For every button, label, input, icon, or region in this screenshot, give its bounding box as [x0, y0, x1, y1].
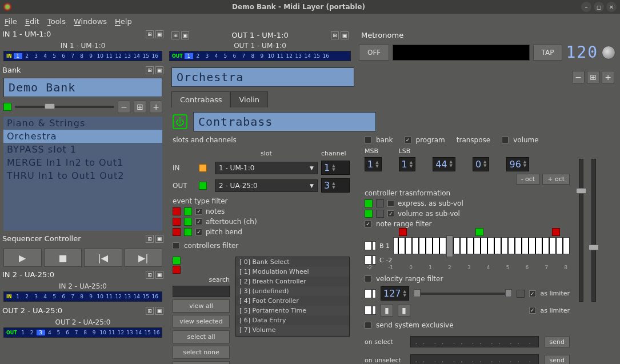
channel-button[interactable]: 13	[123, 294, 132, 299]
bank-checkbox[interactable]	[365, 137, 371, 143]
channel-button[interactable]: 11	[105, 53, 114, 59]
bank-name-lcd[interactable]: Demo Bank	[3, 78, 162, 97]
cc-item[interactable]: [ 5] Portamento Time	[236, 306, 349, 315]
channel-button[interactable]: 16	[151, 294, 159, 299]
tap-button[interactable]: TAP	[533, 45, 563, 61]
remove-button[interactable]: −	[118, 101, 130, 113]
channel-button[interactable]: 2	[23, 294, 31, 299]
channel-button[interactable]: 11	[105, 294, 114, 299]
cc-item[interactable]: [ 2] Breath Controller	[236, 277, 349, 286]
panel-icon[interactable]: ⊞	[331, 31, 339, 39]
channel-button[interactable]: 9	[258, 53, 266, 59]
orchestra-lcd[interactable]: Orchestra	[171, 67, 354, 87]
panel-icon[interactable]: ⊞	[146, 271, 154, 279]
preset-item[interactable]: Piano & Strings	[3, 117, 162, 130]
channel-button[interactable]: 14	[134, 330, 143, 335]
close-button[interactable]: ✕	[606, 2, 617, 12]
cf-led[interactable]	[173, 257, 181, 265]
channel-button[interactable]: 10	[99, 330, 107, 335]
filter-led[interactable]	[173, 218, 181, 226]
channel-button[interactable]: 10	[267, 53, 275, 59]
menu-windows[interactable]: Windows	[74, 17, 107, 26]
channel-button[interactable]: 8	[78, 53, 86, 59]
panel-icon[interactable]: ⊞	[171, 31, 179, 39]
dup-button[interactable]: ⊞	[587, 71, 599, 83]
keyboard-icon[interactable]	[365, 289, 376, 298]
channel-button[interactable]: 11	[276, 53, 285, 59]
prev-button[interactable]: |◀	[84, 249, 122, 267]
ct-led[interactable]	[365, 199, 373, 207]
cc-item[interactable]: [ 0] Bank Select	[236, 257, 349, 267]
channel-button[interactable]: 7	[239, 53, 248, 59]
ct-led[interactable]	[376, 199, 384, 207]
ct-led[interactable]	[376, 210, 384, 218]
filter-led[interactable]	[173, 207, 181, 215]
channel-button[interactable]: 8	[249, 53, 257, 59]
cc-item[interactable]: [ 1] Modulation Wheel	[236, 267, 349, 277]
cf-led[interactable]	[173, 266, 181, 274]
panel-icon[interactable]: ▣	[181, 31, 189, 39]
channel-button[interactable]: 7	[69, 294, 77, 299]
channel-button[interactable]: 15	[143, 330, 152, 335]
channel-button[interactable]: 3	[32, 294, 41, 299]
panel-icon[interactable]: ▣	[341, 31, 349, 39]
out-channel-spinner[interactable]: 3▲▼	[321, 178, 350, 193]
keyboard-icon[interactable]	[365, 306, 376, 315]
panel-icon[interactable]: ▣	[155, 307, 163, 315]
panel-icon[interactable]: ▣	[155, 235, 163, 243]
invert-selection-button[interactable]: invert selection	[173, 361, 230, 364]
ct-led[interactable]	[365, 210, 373, 218]
channel-button[interactable]: 9	[87, 53, 95, 59]
sysex-on-unselect-input[interactable]	[410, 354, 539, 364]
channel-button[interactable]: 13	[123, 53, 132, 59]
channel-button[interactable]: 3	[203, 53, 211, 59]
channel-button[interactable]: 5	[54, 330, 63, 335]
channel-button[interactable]: 1	[14, 53, 22, 59]
play-button[interactable]: ▶	[3, 249, 42, 267]
select-none-button[interactable]: select none	[173, 346, 230, 359]
channel-button[interactable]: 10	[96, 53, 105, 59]
channel-button[interactable]: 12	[117, 330, 125, 335]
tab-violin[interactable]: Violin	[230, 91, 268, 107]
channel-button[interactable]: 16	[151, 53, 159, 59]
sysex-checkbox[interactable]	[365, 322, 371, 329]
velocity-spinner[interactable]: 127▲▼	[381, 286, 409, 301]
instrument-lcd[interactable]: Contrabass	[193, 112, 376, 131]
preset-item[interactable]: THRU In1 to Out1 Out2	[3, 169, 162, 182]
cc-item[interactable]: [ 4] Foot Controller	[236, 296, 349, 306]
channel-button[interactable]: 14	[133, 294, 141, 299]
view-selected-button[interactable]: view selected	[173, 315, 230, 328]
metronome-off-button[interactable]: OFF	[359, 45, 389, 61]
panel-icon[interactable]: ▣	[155, 66, 163, 74]
add-button[interactable]: +	[150, 101, 162, 113]
channel-button[interactable]: 12	[285, 53, 294, 59]
tab-contrabass[interactable]: Contrabass	[171, 91, 230, 107]
channel-button[interactable]: 8	[78, 294, 86, 299]
cc-item[interactable]: [ 7] Volume	[236, 325, 349, 335]
lsb-spinner[interactable]: 1▲▼	[399, 157, 416, 171]
cc-item[interactable]: [ 6] Data Entry	[236, 315, 349, 325]
channel-button[interactable]: 11	[108, 330, 117, 335]
channel-button[interactable]: 12	[114, 53, 123, 59]
menu-help[interactable]: Help	[115, 17, 132, 26]
search-input[interactable]	[173, 286, 230, 297]
ctrl-filter-checkbox[interactable]	[173, 242, 179, 249]
keyboard-icon[interactable]	[365, 255, 376, 265]
channel-button[interactable]: 14	[303, 53, 312, 59]
preset-item[interactable]: BYPASS slot 1	[3, 143, 162, 156]
bank-slider[interactable]	[15, 106, 114, 108]
bank-led[interactable]	[3, 103, 11, 111]
cc-item[interactable]: [ 8] Balance	[236, 335, 349, 337]
channel-button[interactable]: 9	[87, 294, 95, 299]
program-spinner[interactable]: 44▲▼	[433, 157, 455, 171]
channel-button[interactable]: 16	[322, 53, 330, 59]
channel-button[interactable]: 3	[32, 53, 41, 59]
note-range-keyboard[interactable]	[393, 237, 570, 254]
next-button[interactable]: ▶|	[125, 249, 163, 267]
menu-tools[interactable]: Tools	[47, 17, 66, 26]
channel-button[interactable]: 1	[19, 330, 27, 335]
channel-button[interactable]: 2	[194, 53, 202, 59]
channel-button[interactable]: 5	[221, 53, 230, 59]
channel-button[interactable]: 9	[90, 330, 98, 335]
channel-button[interactable]: 4	[46, 330, 54, 335]
